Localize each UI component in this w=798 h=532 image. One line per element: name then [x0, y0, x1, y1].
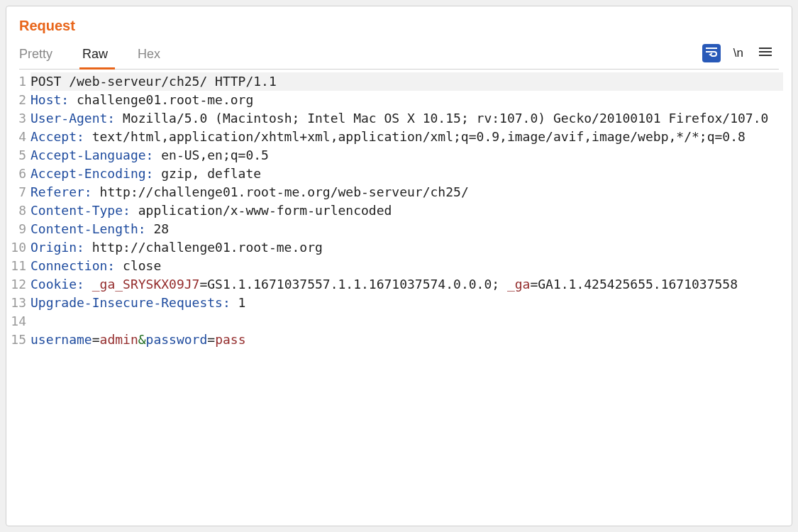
- line-number: 10: [6, 238, 26, 257]
- line-number: 15: [6, 331, 26, 349]
- code-line[interactable]: username=admin&password=pass: [31, 331, 783, 349]
- line-number: 2: [6, 91, 26, 109]
- line-number: 7: [6, 183, 26, 201]
- code-segment: =: [207, 332, 215, 347]
- code-segment: _ga: [507, 277, 531, 292]
- code-line[interactable]: Content-Type: application/x-www-form-url…: [31, 201, 783, 220]
- toolbar-right: \n: [702, 44, 779, 67]
- line-number: 6: [6, 165, 26, 183]
- request-raw-text[interactable]: POST /web-serveur/ch25/ HTTP/1.1Host: ch…: [31, 72, 792, 526]
- panel-header: Request Pretty Raw Hex \n: [6, 6, 792, 70]
- line-number: 3: [6, 109, 26, 128]
- code-segment: =GA1.1.425425655.1671037558: [530, 277, 738, 292]
- code-segment: close: [115, 258, 161, 273]
- request-content[interactable]: 123456789101112131415 POST /web-serveur/…: [6, 70, 792, 526]
- code-segment: Cookie:: [31, 277, 84, 292]
- hamburger-icon: [759, 47, 772, 60]
- code-segment: Origin:: [31, 240, 84, 255]
- code-line[interactable]: Origin: http://challenge01.root-me.org: [31, 238, 783, 257]
- code-segment: Accept-Encoding:: [31, 166, 153, 181]
- code-segment: 28: [146, 221, 170, 236]
- code-line[interactable]: Cookie: _ga_SRYSKX09J7=GS1.1.1671037557.…: [31, 275, 783, 294]
- code-segment: application/x-www-form-urlencoded: [131, 203, 392, 218]
- line-number-gutter: 123456789101112131415: [6, 72, 31, 526]
- code-segment: password: [146, 332, 208, 347]
- code-line[interactable]: Upgrade-Insecure-Requests: 1: [31, 294, 783, 312]
- code-segment: username: [31, 332, 92, 347]
- newline-toggle-button[interactable]: \n: [733, 46, 743, 60]
- code-line[interactable]: Accept-Language: en-US,en;q=0.5: [31, 146, 783, 165]
- code-segment: [84, 277, 92, 292]
- line-number: 9: [6, 220, 26, 238]
- code-segment: Accept:: [31, 129, 84, 144]
- line-number: 11: [6, 257, 26, 275]
- code-line[interactable]: POST /web-serveur/ch25/ HTTP/1.1: [31, 72, 783, 91]
- code-line[interactable]: [31, 312, 783, 331]
- code-segment: text/html,application/xhtml+xml,applicat…: [84, 129, 746, 144]
- code-line[interactable]: Connection: close: [31, 257, 783, 275]
- line-number: 12: [6, 275, 26, 294]
- code-segment: Content-Type:: [31, 203, 131, 218]
- code-line[interactable]: Content-Length: 28: [31, 220, 783, 238]
- code-segment: Referer:: [31, 184, 92, 199]
- line-number: 8: [6, 201, 26, 220]
- line-number: 1: [6, 72, 26, 91]
- code-segment: gzip, deflate: [153, 166, 261, 181]
- code-line[interactable]: Host: challenge01.root-me.org: [31, 91, 783, 109]
- request-panel: Request Pretty Raw Hex \n: [6, 6, 792, 526]
- code-segment: http://challenge01.root-me.org/web-serve…: [92, 184, 469, 199]
- code-segment: User-Agent:: [31, 111, 115, 126]
- tab-pretty[interactable]: Pretty: [19, 41, 70, 69]
- tab-row: Pretty Raw Hex \n: [19, 41, 779, 70]
- code-line[interactable]: Accept: text/html,application/xhtml+xml,…: [31, 128, 783, 146]
- code-segment: Upgrade-Insecure-Requests:: [31, 295, 231, 310]
- menu-button[interactable]: [756, 44, 775, 62]
- code-segment: POST /web-serveur/ch25/ HTTP/1.1: [31, 74, 277, 89]
- code-segment: &: [138, 332, 146, 347]
- tab-raw[interactable]: Raw: [82, 41, 125, 69]
- code-line[interactable]: Referer: http://challenge01.root-me.org/…: [31, 183, 783, 201]
- code-segment: Host:: [31, 92, 69, 107]
- code-segment: 1: [231, 295, 246, 310]
- code-segment: admin: [100, 332, 138, 347]
- line-number: 5: [6, 146, 26, 165]
- code-segment: Content-Length:: [31, 221, 146, 236]
- wrap-icon: [705, 47, 718, 60]
- code-segment: Mozilla/5.0 (Macintosh; Intel Mac OS X 1…: [115, 111, 768, 126]
- code-segment: =: [92, 332, 100, 347]
- line-number: 13: [6, 294, 26, 312]
- panel-title: Request: [19, 18, 779, 34]
- code-segment: challenge01.root-me.org: [69, 92, 253, 107]
- code-segment: =GS1.1.1671037557.1.1.1671037574.0.0.0;: [199, 277, 506, 292]
- code-segment: Accept-Language:: [31, 148, 153, 162]
- code-segment: Connection:: [31, 258, 115, 273]
- wrap-toggle-button[interactable]: [702, 44, 721, 62]
- code-segment: pass: [215, 332, 245, 347]
- code-line[interactable]: User-Agent: Mozilla/5.0 (Macintosh; Inte…: [31, 109, 783, 128]
- code-segment: http://challenge01.root-me.org: [84, 240, 323, 255]
- tabs-container: Pretty Raw Hex: [19, 41, 190, 69]
- code-segment: _ga_SRYSKX09J7: [92, 277, 200, 292]
- line-number: 14: [6, 312, 26, 331]
- line-number: 4: [6, 128, 26, 146]
- tab-hex[interactable]: Hex: [138, 41, 177, 69]
- code-segment: en-US,en;q=0.5: [153, 148, 269, 162]
- code-line[interactable]: Accept-Encoding: gzip, deflate: [31, 165, 783, 183]
